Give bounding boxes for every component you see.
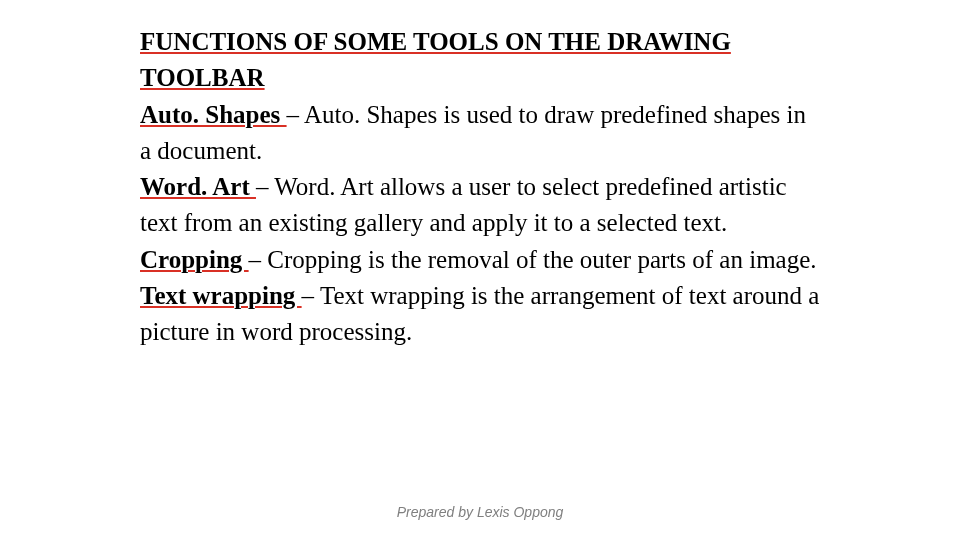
- term-cropping: Cropping: [140, 246, 249, 273]
- term-autoshapes: Auto. Shapes: [140, 101, 287, 128]
- footer-credit: Prepared by Lexis Oppong: [0, 504, 960, 520]
- slide-title: FUNCTIONS OF SOME TOOLS ON THE DRAWING T…: [140, 28, 731, 91]
- desc-cropping: – Cropping is the removal of the outer p…: [249, 246, 817, 273]
- term-wordart: Word. Art: [140, 173, 256, 200]
- slide-content: FUNCTIONS OF SOME TOOLS ON THE DRAWING T…: [0, 0, 960, 350]
- term-textwrapping: Text wrapping: [140, 282, 302, 309]
